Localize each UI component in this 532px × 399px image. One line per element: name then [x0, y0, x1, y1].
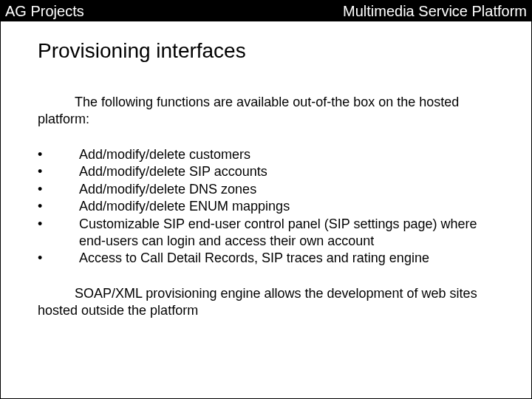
intro-text-span: The following functions are available ou…	[38, 95, 459, 126]
list-item: •Customizable SIP end-user control panel…	[38, 216, 502, 250]
closing-text-span: SOAP/XML provisioning engine allows the …	[38, 286, 477, 318]
closing-text: SOAP/XML provisioning engine allows the …	[38, 285, 502, 320]
bullet-icon: •	[38, 250, 79, 267]
list-item-text: Add/modify/delete customers	[79, 146, 502, 163]
header-left: AG Projects	[5, 3, 84, 20]
list-item-text: Customizable SIP end-user control panel …	[79, 216, 502, 250]
list-item-text: Add/modify/delete SIP accounts	[79, 163, 502, 180]
list-item: •Add/modify/delete customers	[38, 146, 502, 163]
list-item-text: Access to Call Detail Records, SIP trace…	[79, 250, 502, 267]
list-item: •Access to Call Detail Records, SIP trac…	[38, 250, 502, 267]
header-right: Multimedia Service Platform	[343, 3, 527, 20]
list-item: •Add/modify/delete DNS zones	[38, 181, 502, 198]
list-item: •Add/modify/delete SIP accounts	[38, 163, 502, 180]
list-item: •Add/modify/delete ENUM mappings	[38, 198, 502, 215]
bullet-icon: •	[38, 198, 79, 215]
page-title: Provisioning interfaces	[38, 39, 502, 63]
slide: AG Projects Multimedia Service Platform …	[0, 0, 532, 399]
list-item-text: Add/modify/delete DNS zones	[79, 181, 502, 198]
bullet-icon: •	[38, 181, 79, 198]
bullet-icon: •	[38, 163, 79, 180]
bullet-icon: •	[38, 146, 79, 163]
intro-text: The following functions are available ou…	[38, 94, 502, 127]
bullet-list: •Add/modify/delete customers •Add/modify…	[38, 146, 502, 267]
list-item-text: Add/modify/delete ENUM mappings	[79, 198, 502, 215]
bullet-icon: •	[38, 216, 79, 250]
content: Provisioning interfaces The following fu…	[1, 21, 531, 320]
header-bar: AG Projects Multimedia Service Platform	[1, 1, 531, 21]
